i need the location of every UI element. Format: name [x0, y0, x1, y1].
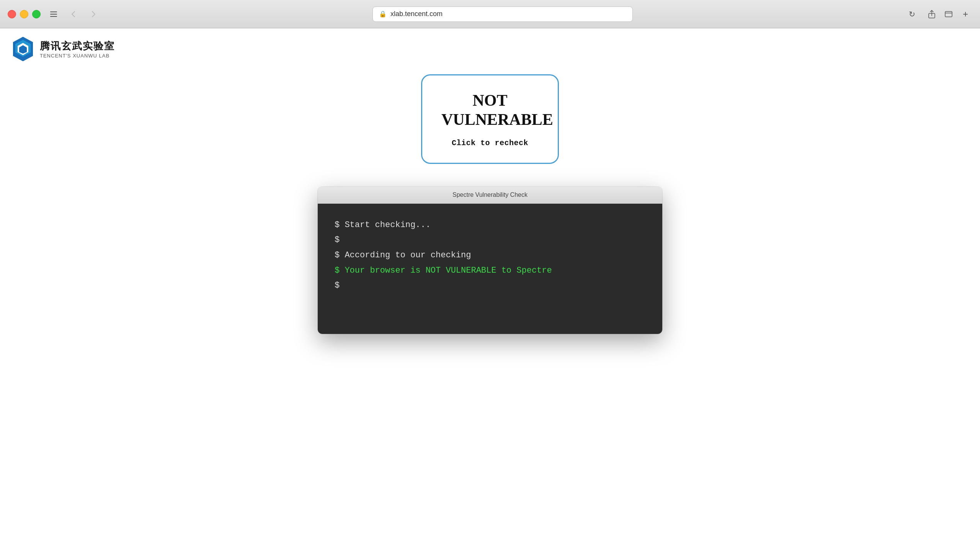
- minimize-button[interactable]: [20, 10, 28, 18]
- svg-rect-4: [945, 11, 952, 17]
- svg-rect-2: [50, 16, 57, 17]
- terminal-line-4: $ Your browser is NOT VULNERABLE to Spec…: [335, 263, 645, 278]
- address-bar[interactable]: 🔒 xlab.tencent.com: [372, 7, 633, 22]
- traffic-lights: [8, 10, 41, 18]
- svg-rect-1: [50, 14, 57, 15]
- page-content: 腾讯玄武实验室 TENCENT'S XUANWU LAB NOT VULNERA…: [0, 28, 980, 543]
- terminal-line-3: $ According to our checking: [335, 248, 645, 263]
- logo: 腾讯玄武实验室 TENCENT'S XUANWU LAB: [11, 36, 115, 62]
- vulnerability-status: NOT VULNERABLE: [441, 91, 539, 129]
- terminal-titlebar: Spectre Vulnerability Check: [318, 187, 662, 204]
- logo-chinese: 腾讯玄武实验室: [40, 39, 115, 53]
- forward-button[interactable]: [87, 7, 100, 21]
- vulnerability-result-box[interactable]: NOT VULNERABLE Click to recheck: [421, 74, 559, 164]
- new-tab-button[interactable]: +: [959, 7, 972, 21]
- terminal-container: Spectre Vulnerability Check $ Start chec…: [318, 187, 662, 334]
- svg-rect-0: [50, 11, 57, 12]
- recheck-label[interactable]: Click to recheck: [441, 139, 539, 147]
- lock-icon: 🔒: [379, 10, 387, 18]
- terminal-line-1: $ Start checking...: [335, 218, 645, 233]
- close-button[interactable]: [8, 10, 16, 18]
- maximize-button[interactable]: [32, 10, 41, 18]
- back-button[interactable]: [67, 7, 80, 21]
- tab-overview-button[interactable]: [942, 7, 956, 21]
- sidebar-toggle-button[interactable]: [47, 7, 60, 21]
- url-text: xlab.tencent.com: [390, 10, 443, 18]
- logo-text: 腾讯玄武实验室 TENCENT'S XUANWU LAB: [40, 39, 115, 59]
- terminal-body: $ Start checking... $ $ According to our…: [318, 204, 662, 334]
- terminal-wrapper: Spectre Vulnerability Check $ Start chec…: [318, 187, 662, 334]
- terminal-title: Spectre Vulnerability Check: [452, 191, 528, 198]
- browser-chrome: 🔒 xlab.tencent.com ↻ +: [0, 0, 980, 28]
- terminal-line-5: $: [335, 278, 645, 293]
- reload-button[interactable]: ↻: [905, 7, 919, 21]
- terminal-line-2: $: [335, 232, 645, 248]
- logo-english: TENCENT'S XUANWU LAB: [40, 53, 115, 59]
- share-button[interactable]: [925, 7, 939, 21]
- xuanwu-logo-icon: [11, 36, 34, 62]
